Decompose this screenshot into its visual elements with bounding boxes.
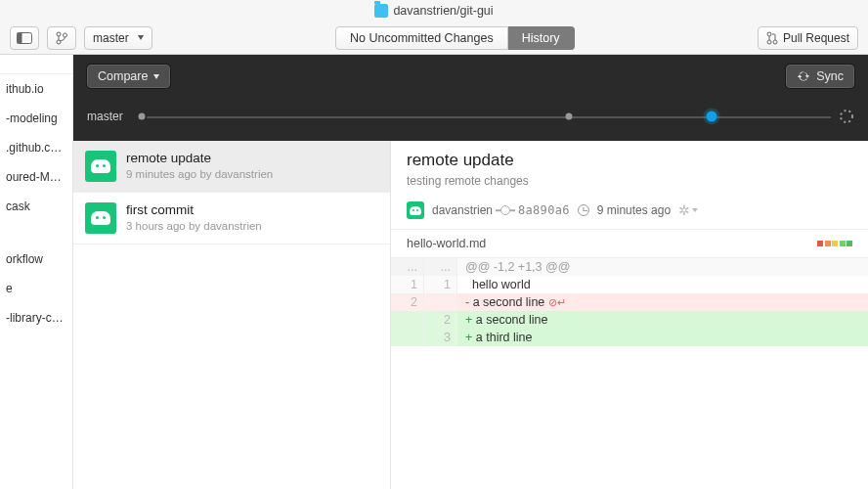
diff-view: ......@@ -1,2 +1,3 @@11 hello world2- a … bbox=[391, 258, 868, 346]
timeline-node-oldest[interactable] bbox=[139, 113, 146, 120]
folder-icon bbox=[374, 4, 388, 18]
repo-sidebar-item[interactable]: .github.c… bbox=[0, 133, 72, 162]
svg-point-7 bbox=[773, 40, 777, 44]
svg-point-3 bbox=[57, 40, 61, 44]
author-avatar bbox=[407, 201, 424, 219]
diff-stat-indicator bbox=[817, 241, 852, 246]
repo-path: davanstrien/git-gui bbox=[393, 4, 493, 18]
caret-down-icon bbox=[692, 208, 698, 212]
window-titlebar: davanstrien/git-gui bbox=[0, 0, 868, 22]
repo-sidebar-item[interactable]: orkflow bbox=[0, 244, 72, 274]
commit-node-icon bbox=[500, 205, 510, 215]
view-tabs: No Uncommitted Changes History bbox=[335, 26, 575, 50]
commit-time: 9 minutes ago bbox=[597, 203, 671, 217]
diff-line: 3+ a third line bbox=[391, 329, 868, 346]
diff-line: 2+ a second line bbox=[391, 311, 868, 329]
timeline-node[interactable] bbox=[566, 113, 573, 120]
timeline-head-icon bbox=[839, 109, 854, 124]
author-avatar bbox=[85, 151, 116, 182]
commit-summary: testing remote changes bbox=[407, 174, 852, 188]
commit-item-title: first commit bbox=[126, 202, 262, 217]
repo-sidebar-item[interactable]: -library-c… bbox=[0, 303, 72, 333]
commit-list-item[interactable]: first commit3 hours ago by davanstrien bbox=[73, 193, 390, 244]
branch-icon bbox=[56, 31, 67, 45]
diff-line: ......@@ -1,2 +1,3 @@ bbox=[391, 258, 868, 276]
branch-button[interactable] bbox=[47, 26, 76, 50]
tab-history[interactable]: History bbox=[508, 26, 575, 50]
diff-line: 2- a second line ⊘↵ bbox=[391, 293, 868, 311]
commit-timeline[interactable] bbox=[142, 111, 854, 122]
commit-item-subtitle: 9 minutes ago by davanstrien bbox=[126, 168, 273, 180]
commit-list[interactable]: remote update9 minutes ago by davanstrie… bbox=[73, 141, 391, 489]
pull-request-button[interactable]: Pull Request bbox=[758, 26, 858, 50]
repo-sidebar[interactable]: ithub.io-modeling.github.c…oured-M…casko… bbox=[0, 55, 73, 489]
repo-sidebar-item[interactable]: e bbox=[0, 274, 72, 303]
commit-title: remote update bbox=[407, 151, 852, 170]
timeline-node-current[interactable] bbox=[707, 111, 717, 122]
svg-point-8 bbox=[841, 111, 852, 122]
svg-point-2 bbox=[57, 32, 61, 36]
commit-actions-menu[interactable]: ✲ bbox=[678, 202, 698, 218]
commit-item-subtitle: 3 hours ago by davanstrien bbox=[126, 220, 262, 232]
repo-sidebar-item[interactable]: -modeling bbox=[0, 104, 72, 133]
sync-button[interactable]: Sync bbox=[786, 65, 854, 88]
repo-sidebar-item[interactable]: ithub.io bbox=[0, 74, 72, 104]
commit-sha: 8a890a6 bbox=[518, 203, 570, 217]
branch-select[interactable]: master bbox=[84, 26, 152, 50]
compare-panel: Compare Sync master bbox=[73, 55, 868, 141]
pull-request-label: Pull Request bbox=[783, 31, 849, 45]
sidebar-toggle-button[interactable] bbox=[10, 26, 39, 50]
repo-sidebar-item bbox=[0, 221, 72, 244]
commit-detail: remote update testing remote changes dav… bbox=[391, 141, 868, 489]
diff-file-header[interactable]: hello-world.md bbox=[391, 229, 868, 258]
pull-request-icon bbox=[766, 31, 778, 45]
commit-list-item[interactable]: remote update9 minutes ago by davanstrie… bbox=[73, 141, 390, 193]
svg-point-5 bbox=[767, 32, 771, 36]
branch-select-label: master bbox=[93, 31, 129, 45]
svg-rect-1 bbox=[18, 32, 22, 43]
svg-point-6 bbox=[767, 40, 771, 44]
diff-file-name: hello-world.md bbox=[407, 237, 486, 250]
clock-icon bbox=[578, 204, 589, 216]
caret-down-icon bbox=[153, 74, 159, 79]
sync-icon bbox=[797, 69, 810, 83]
commit-author: davanstrien bbox=[432, 203, 493, 217]
author-avatar bbox=[85, 202, 116, 234]
chevron-down-icon bbox=[138, 35, 144, 40]
svg-point-4 bbox=[64, 33, 67, 37]
commit-item-title: remote update bbox=[126, 151, 273, 165]
repo-sidebar-item[interactable]: cask bbox=[0, 192, 72, 221]
diff-line: 11 hello world bbox=[391, 276, 868, 293]
timeline-branch-label: master bbox=[87, 110, 130, 123]
compare-button[interactable]: Compare bbox=[87, 65, 170, 88]
toolbar: master No Uncommitted Changes History Pu… bbox=[0, 22, 868, 55]
repo-sidebar-item[interactable]: oured-M… bbox=[0, 162, 72, 192]
tab-changes[interactable]: No Uncommitted Changes bbox=[335, 26, 508, 50]
